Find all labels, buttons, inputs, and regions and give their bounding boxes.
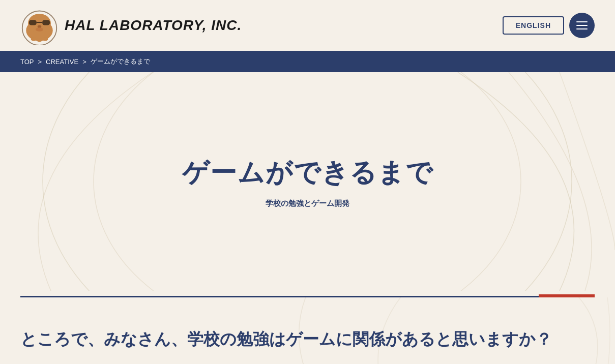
- breadcrumb-top[interactable]: TOP: [20, 58, 34, 66]
- menu-line-3: [576, 28, 588, 29]
- svg-point-9: [42, 37, 48, 41]
- svg-rect-3: [42, 20, 50, 25]
- svg-point-8: [37, 38, 42, 42]
- menu-button[interactable]: [569, 13, 595, 38]
- breadcrumb-sep-1: >: [38, 58, 42, 66]
- breadcrumb-sep-2: >: [82, 58, 86, 66]
- svg-point-6: [36, 27, 43, 32]
- english-button[interactable]: ENGLISH: [503, 16, 564, 35]
- logo-text: HAL LABORATORY, INC.: [65, 17, 242, 34]
- content-intro-title: ところで、みなさん、学校の勉強はゲームに関係があると思いますか？: [20, 328, 595, 351]
- svg-rect-2: [29, 20, 37, 25]
- hero-title: ゲームができるまで: [182, 155, 433, 191]
- breadcrumb-current: ゲームができるまで: [91, 57, 150, 66]
- menu-line-2: [576, 25, 588, 26]
- hero-section: ゲームができるまで 学校の勉強とゲーム開発: [0, 72, 615, 291]
- logo-area: HAL LABORATORY, INC.: [20, 7, 242, 45]
- svg-point-7: [31, 37, 37, 41]
- content-section: ところで、みなさん、学校の勉強はゲームに関係があると思いますか？: [0, 297, 615, 364]
- breadcrumb: TOP > CREATIVE > ゲームができるまで: [0, 51, 615, 72]
- hero-subtitle: 学校の勉強とゲーム開発: [266, 199, 349, 208]
- menu-line-1: [576, 21, 588, 22]
- site-header: HAL LABORATORY, INC. ENGLISH: [0, 0, 615, 51]
- header-controls: ENGLISH: [503, 13, 595, 38]
- logo-mascot: [20, 7, 58, 45]
- breadcrumb-creative[interactable]: CREATIVE: [46, 58, 78, 66]
